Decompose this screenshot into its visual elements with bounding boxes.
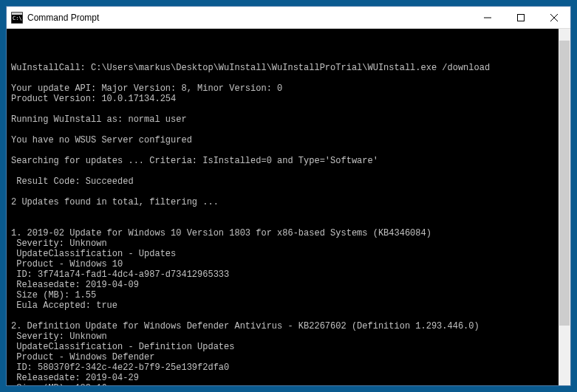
window-title: Command Prompt xyxy=(27,13,471,23)
svg-rect-1 xyxy=(12,13,22,15)
maximize-button[interactable] xyxy=(504,7,537,28)
console-area[interactable]: WuInstallCall: C:\Users\markus\Desktop\W… xyxy=(7,29,570,385)
scrollbar[interactable] xyxy=(559,29,570,385)
close-button[interactable] xyxy=(537,7,570,28)
titlebar[interactable]: C:\ Command Prompt xyxy=(7,7,570,29)
svg-rect-4 xyxy=(517,14,524,21)
cmd-icon: C:\ xyxy=(11,12,23,24)
window-controls xyxy=(471,7,570,28)
minimize-button[interactable] xyxy=(471,7,504,28)
command-prompt-window: C:\ Command Prompt WuInstallCall: C:\Use… xyxy=(6,6,571,386)
scrollbar-thumb[interactable] xyxy=(559,41,570,326)
console-output: WuInstallCall: C:\Users\markus\Desktop\W… xyxy=(11,52,566,385)
svg-text:C:\: C:\ xyxy=(13,16,22,21)
